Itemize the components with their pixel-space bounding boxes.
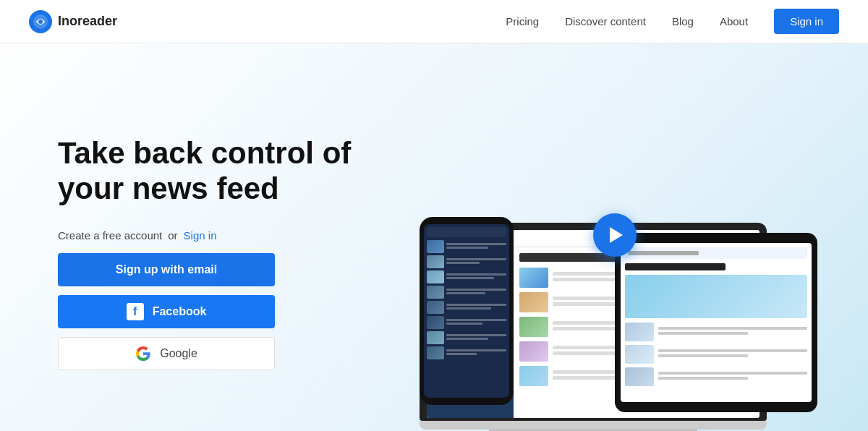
hero-right — [376, 87, 810, 419]
site-header: Inoreader Pricing Discover content Blog … — [0, 0, 868, 43]
hero-left: Take back control of your news feed Crea… — [58, 136, 362, 370]
facebook-icon: f — [127, 303, 144, 320]
signup-email-button[interactable]: Sign up with email — [58, 253, 275, 286]
svg-point-2 — [38, 20, 43, 24]
nav-pricing[interactable]: Pricing — [506, 15, 539, 27]
logo-area[interactable]: Inoreader — [29, 10, 117, 33]
hero-title: Take back control of your news feed — [58, 136, 362, 206]
or-text: or — [168, 229, 177, 242]
nav-blog[interactable]: Blog — [672, 15, 694, 27]
phone-screen — [424, 224, 509, 398]
signup-facebook-button[interactable]: f Facebook — [58, 295, 275, 328]
account-row: Create a free account or Sign in — [58, 229, 362, 242]
hero-section: Take back control of your news feed Crea… — [0, 43, 868, 431]
account-prompt-text: Create a free account — [58, 229, 162, 242]
logo-icon — [29, 10, 52, 33]
tablet-mockup — [615, 233, 817, 412]
google-icon — [135, 346, 151, 362]
play-triangle-icon — [610, 227, 623, 243]
nav-discover[interactable]: Discover content — [565, 15, 646, 27]
main-nav: Pricing Discover content Blog About Sign… — [506, 9, 839, 34]
signin-button[interactable]: Sign in — [774, 9, 839, 34]
logo-text: Inoreader — [58, 14, 117, 29]
tablet-screen — [621, 243, 812, 402]
signin-link[interactable]: Sign in — [184, 229, 217, 242]
phone-mockup — [420, 217, 514, 405]
nav-about[interactable]: About — [720, 15, 748, 27]
signup-google-button[interactable]: Google — [58, 337, 275, 370]
play-button[interactable] — [593, 213, 637, 257]
